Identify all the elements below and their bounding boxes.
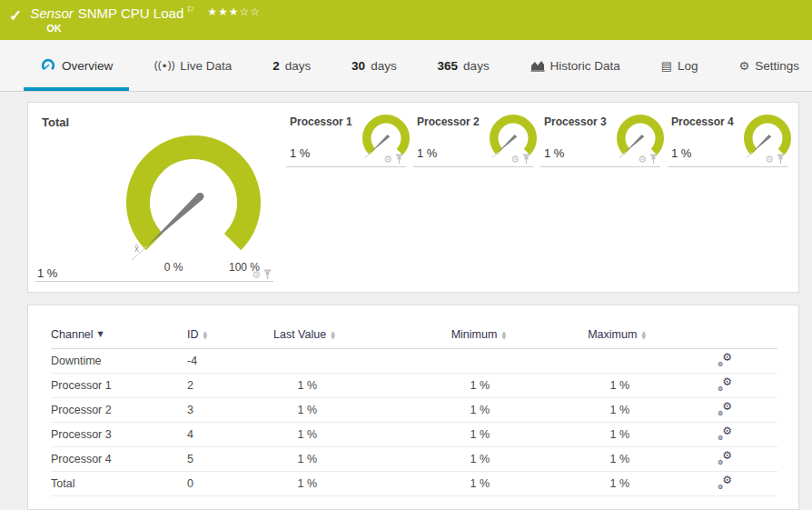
pin-icon[interactable]: [522, 154, 530, 165]
gauge-settings-gear-icon[interactable]: ⚙: [252, 270, 261, 280]
channel-settings-icon[interactable]: ⚙⚙: [718, 353, 732, 366]
gauge-settings-gear-icon[interactable]: ⚙: [638, 155, 647, 165]
tab-30-days[interactable]: 30 days: [348, 40, 401, 91]
gauge-processor-4-value: 1 %: [671, 146, 691, 160]
gauge-total: Total x̄ 1 % 0 % 100 % ⚙: [28, 103, 284, 292]
channel-name: Processor 1: [51, 373, 187, 397]
gear-icon: ⚙: [739, 60, 750, 72]
channel-minimum: 1 %: [333, 471, 506, 495]
channel-name: Processor 4: [51, 446, 187, 471]
tab-settings-label: Settings: [755, 59, 799, 73]
channel-settings-icon[interactable]: ⚙⚙: [718, 377, 732, 391]
gauge-total-label: Total: [42, 115, 69, 129]
tab-365-days-unit: days: [463, 59, 490, 73]
channel-last-value: 1 %: [273, 471, 333, 495]
channel-id: 3: [187, 397, 273, 422]
priority-rating: ★★★☆☆: [207, 5, 261, 18]
channel-maximum: 1 %: [506, 471, 646, 495]
channel-settings-icon[interactable]: ⚙⚙: [718, 451, 732, 465]
channel-id: 0: [187, 471, 273, 495]
status-badge: OK: [46, 23, 261, 34]
divider: [35, 281, 273, 282]
gauge-processor-3: Processor 3 1 % ⚙: [539, 103, 666, 292]
gauge-processor-2-label: Processor 2: [417, 115, 480, 128]
broadcast-icon: ((•)): [153, 60, 174, 72]
channel-id: 5: [187, 446, 273, 471]
column-header-channel[interactable]: Channel ▼: [51, 321, 187, 348]
gauge-settings-gear-icon[interactable]: ⚙: [510, 155, 520, 165]
gauge-processor-1-value: 1 %: [290, 146, 310, 160]
pin-icon[interactable]: [649, 154, 658, 165]
object-kind-label: Sensor: [30, 5, 74, 21]
channel-settings-icon[interactable]: ⚙⚙: [718, 402, 732, 415]
divider: [286, 166, 406, 167]
area-chart-icon: [530, 59, 545, 72]
column-header-maximum[interactable]: Maximum ▲▼: [506, 321, 646, 348]
divider: [413, 166, 533, 167]
gauge-total-value: 1 %: [37, 266, 57, 280]
table-row[interactable]: Processor 2 3 1 % 1 % 1 % ⚙⚙: [51, 397, 777, 422]
tab-log[interactable]: ▤ Log: [658, 40, 702, 91]
divider: [540, 166, 660, 167]
channel-minimum: 1 %: [333, 446, 506, 471]
channel-id: 2: [187, 373, 273, 397]
table-row[interactable]: Downtime -4 ⚙⚙: [51, 348, 777, 373]
tab-2-days-number: 2: [272, 59, 280, 73]
column-header-minimum[interactable]: Minimum ▲▼: [333, 321, 506, 348]
flag-icon[interactable]: ⚐: [186, 5, 194, 15]
gauge-processor-2-value: 1 %: [417, 146, 437, 160]
channel-settings-icon[interactable]: ⚙⚙: [718, 475, 732, 489]
pin-icon[interactable]: [395, 154, 403, 165]
tab-365-days[interactable]: 365 days: [434, 40, 493, 91]
gauge-processor-1: Processor 1 1 % ⚙: [284, 103, 411, 292]
tab-live-data[interactable]: ((•)) Live Data: [150, 40, 235, 91]
gauge-processor-1-label: Processor 1: [290, 115, 352, 128]
tab-30-days-unit: days: [371, 59, 397, 73]
channels-panel: Channel ▼ ID ▲▼ Last Value ▲▼ Minimum ▲▼: [27, 305, 799, 510]
channel-id: 4: [187, 422, 273, 446]
tab-historic-data[interactable]: Historic Data: [527, 40, 624, 91]
pin-icon[interactable]: [777, 154, 785, 165]
table-row[interactable]: Processor 4 5 1 % 1 % 1 % ⚙⚙: [51, 446, 777, 471]
tab-settings[interactable]: ⚙ Settings: [736, 40, 803, 91]
tab-live-data-label: Live Data: [180, 59, 232, 73]
tab-bar: Overview ((•)) Live Data 2 days 30 days …: [0, 40, 812, 92]
gauges-panel: Total x̄ 1 % 0 % 100 % ⚙: [27, 102, 799, 293]
tab-365-days-number: 365: [438, 59, 459, 73]
tab-log-label: Log: [678, 59, 698, 73]
column-header-settings: [646, 321, 777, 348]
channel-settings-icon[interactable]: ⚙⚙: [718, 426, 732, 440]
channel-last-value: 1 %: [273, 422, 333, 446]
log-icon: ▤: [661, 60, 672, 72]
channel-last-value: 1 %: [273, 397, 333, 422]
sort-desc-icon: ▼: [98, 330, 104, 338]
column-header-id[interactable]: ID ▲▼: [187, 321, 273, 348]
page-title: SNMP CPU Load: [78, 5, 183, 21]
total-gauge-dial: x̄: [116, 132, 271, 268]
column-header-last-value[interactable]: Last Value ▲▼: [273, 321, 333, 348]
stars-filled[interactable]: ★★★: [207, 5, 239, 18]
gauge-settings-gear-icon[interactable]: ⚙: [765, 155, 774, 165]
sort-icon: ▲▼: [203, 330, 208, 339]
table-row[interactable]: Processor 3 4 1 % 1 % 1 % ⚙⚙: [51, 422, 777, 446]
gauge-settings-gear-icon[interactable]: ⚙: [383, 155, 392, 165]
gauge-processor-3-value: 1 %: [544, 146, 564, 160]
channel-name: Downtime: [51, 348, 187, 373]
tab-30-days-number: 30: [352, 59, 365, 73]
channel-last-value: [273, 348, 333, 373]
stars-empty[interactable]: ☆☆: [239, 5, 261, 18]
channels-table: Channel ▼ ID ▲▼ Last Value ▲▼ Minimum ▲▼: [51, 321, 777, 496]
channel-minimum: 1 %: [333, 373, 506, 397]
channel-minimum: 1 %: [333, 422, 506, 446]
sensor-header: ✓ Sensor SNMP CPU Load ⚐ ★★★☆☆ OK: [0, 0, 812, 40]
status-ok-check-icon: ✓: [9, 7, 22, 25]
pin-icon[interactable]: [263, 269, 272, 280]
channel-maximum: 1 %: [506, 397, 646, 422]
channel-last-value: 1 %: [273, 373, 333, 397]
main-content: Total x̄ 1 % 0 % 100 % ⚙: [0, 92, 812, 510]
table-row[interactable]: Total 0 1 % 1 % 1 % ⚙⚙: [51, 471, 777, 495]
table-row[interactable]: Processor 1 2 1 % 1 % 1 % ⚙⚙: [51, 373, 777, 397]
tab-overview[interactable]: Overview: [36, 40, 116, 91]
tab-2-days[interactable]: 2 days: [269, 40, 314, 91]
channel-name: Processor 3: [51, 422, 187, 446]
